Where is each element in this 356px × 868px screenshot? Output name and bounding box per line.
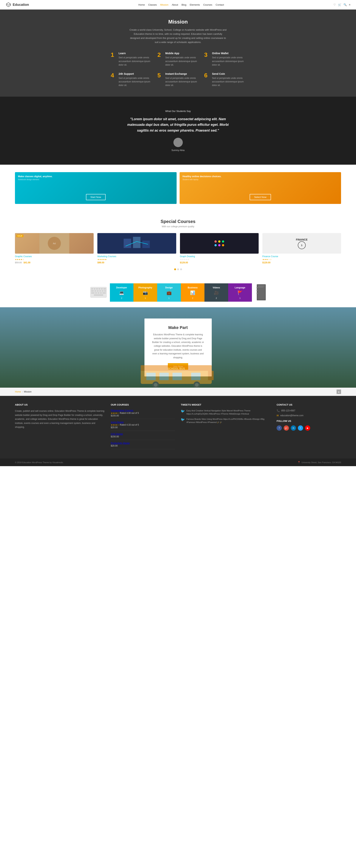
- nav-about[interactable]: About: [172, 3, 178, 6]
- copyright-text: © 2018 Education WordPress Theme by Visu…: [15, 461, 64, 464]
- social-twitter[interactable]: t: [298, 425, 303, 431]
- cat-tab-videos-label: Videos: [206, 286, 227, 289]
- footer-about: ABOUT US Create, publish and sell course…: [15, 403, 105, 451]
- footer-course-1-price: $155.00: [111, 414, 119, 417]
- cat-tab-videos-icon: 🎥: [206, 290, 227, 295]
- svg-rect-37: [100, 292, 102, 293]
- course-card-3[interactable]: Graph Drawing ☆☆☆☆☆ $129.00: [180, 233, 259, 264]
- nav-courses[interactable]: Courses: [203, 3, 212, 6]
- course-price-4: $129.00: [262, 261, 341, 264]
- svg-rect-38: [102, 292, 106, 293]
- nav-home[interactable]: Home: [138, 3, 145, 6]
- mission-item-text-3: Sed ut perspiciatis unde omnis accusanti…: [212, 56, 246, 67]
- course-stars-2: ★★★★★: [97, 258, 176, 261]
- promo-card-select: Healthy online decisions choices. Studen…: [180, 172, 341, 204]
- cart-icon[interactable]: 🛒: [338, 3, 341, 6]
- social-facebook[interactable]: f: [277, 425, 282, 431]
- contact-email-text: education@theme.com: [280, 414, 303, 417]
- footer-courses-list: Photographer Courses ★★★★☆ Rated 4.00 ou…: [111, 409, 175, 449]
- social-google-plus[interactable]: g+: [284, 425, 289, 431]
- promo-start-button[interactable]: Start Now: [86, 194, 105, 200]
- mission-item-text-2: Sed ut perspiciatis unde omnis accusanti…: [165, 56, 199, 67]
- cat-tab-photography[interactable]: Photography 📷 1: [133, 283, 157, 302]
- cat-tab-photography-label: Photography: [135, 286, 156, 289]
- course-thumb-3: [180, 233, 259, 254]
- twitter-icon-2: 🐦: [181, 417, 185, 424]
- notebook-decoration: [255, 284, 266, 301]
- svg-rect-58: [208, 371, 214, 380]
- contact-phone-text: 855-123-4567: [281, 409, 295, 412]
- mission-num-1: 1: [111, 52, 116, 67]
- course-price-2: $99.00: [97, 261, 176, 264]
- mission-num-5: 5: [158, 72, 163, 87]
- mission-grid: 1 Learn Sed ut perspiciatis unde omnis a…: [111, 52, 246, 87]
- svg-point-0: [10, 5, 11, 6]
- courses-grid: SALE! Art Graphic Courses ★★★★☆ $59.00 $…: [15, 233, 341, 264]
- cat-tab-photography-count: 1: [144, 297, 146, 299]
- twitter-icon-1: 🐦: [181, 409, 185, 415]
- promo-text-1: Make classes digital, anytime. Notebook …: [18, 175, 173, 181]
- svg-rect-50: [146, 373, 156, 380]
- page-dot-3[interactable]: [180, 269, 182, 270]
- svg-text:SCHOOL BUS: SCHOOL BUS: [167, 367, 185, 370]
- nav-blog[interactable]: Blog: [182, 3, 186, 6]
- course-card-4[interactable]: FINANCE $ Finance Course ★★★☆☆ $129.00: [262, 233, 341, 264]
- menu-icon[interactable]: ≡: [349, 3, 350, 6]
- cat-tab-design[interactable]: Design 💼 1: [157, 283, 181, 302]
- location-icon: 📍: [298, 461, 300, 464]
- course-card-2[interactable]: Marketing Courses ★★★★★ $99.00: [97, 233, 176, 264]
- cat-tab-business[interactable]: Business 📊 2: [181, 283, 205, 302]
- heart-icon[interactable]: ♡: [333, 3, 336, 6]
- nav-classes[interactable]: Classes: [148, 3, 157, 6]
- footer-course-1-link[interactable]: Photographer Courses: [111, 409, 133, 412]
- cat-tab-business-icon: 📊: [183, 290, 203, 295]
- page-dot-1[interactable]: [174, 269, 176, 270]
- course-name-3: Graph Drawing: [180, 255, 259, 258]
- nav-elements[interactable]: Elements: [190, 3, 200, 6]
- nav-contact[interactable]: Contact: [216, 3, 224, 6]
- footer-course-4: Productivity Master $20.00: [111, 442, 175, 449]
- categories-section: Developer 💻 2 Photography 📷 1 Design 💼 1…: [0, 278, 356, 307]
- svg-rect-25: [98, 288, 100, 289]
- footer-tweets: TWEETS WIDGET 🐦 Easy And Creative Vertic…: [181, 403, 271, 451]
- mission-item-title-4: 24h Support: [119, 72, 152, 75]
- back-to-top-button[interactable]: ▲: [336, 390, 341, 394]
- footer-course-2-stars: ★★★★☆: [111, 424, 119, 426]
- mission-item-3: 3 Online Wallet Sed ut perspiciatis unde…: [204, 52, 246, 67]
- contact-phone: 📞 855-123-4567: [277, 409, 341, 412]
- course-price-3: $129.00: [180, 261, 259, 264]
- school-bus-decoration: SCHOOL BUS: [131, 354, 225, 388]
- footer-course-4-link[interactable]: Productivity Master: [111, 442, 130, 444]
- cat-tab-videos[interactable]: Videos 🎥 2: [204, 283, 228, 302]
- header-icons: ♡ 🛒 🔍 ≡: [333, 3, 350, 6]
- social-youtube[interactable]: ▶: [305, 425, 310, 431]
- footer-bottom: © 2018 Education WordPress Theme by Visu…: [0, 459, 356, 466]
- breadcrumb-home[interactable]: Home: [15, 391, 21, 393]
- svg-rect-22: [91, 288, 93, 289]
- course-thumb-1: SALE! Art: [15, 233, 94, 254]
- logo[interactable]: Education: [6, 2, 29, 7]
- cat-tab-language[interactable]: Language 🚩 1: [228, 283, 252, 302]
- footer-course-2-link[interactable]: Icons Design: [111, 421, 124, 424]
- make-part-section: SCHOOL BUS Make Part Educators WordPress…: [0, 307, 356, 388]
- testimonial-quote: "Lorem ipsum dolor sit amet, consectet a…: [122, 116, 234, 133]
- svg-text:$: $: [301, 244, 302, 247]
- cat-tab-developer[interactable]: Developer 💻 2: [110, 283, 134, 302]
- nav-mission[interactable]: Mission: [160, 3, 168, 6]
- footer-course-3-price: $150.00: [111, 435, 119, 438]
- search-icon[interactable]: 🔍: [344, 3, 347, 6]
- course-card-1[interactable]: SALE! Art Graphic Courses ★★★★☆ $59.00 $…: [15, 233, 94, 264]
- page-dot-2[interactable]: [177, 269, 179, 270]
- svg-rect-39: [94, 294, 103, 296]
- svg-rect-35: [95, 292, 97, 293]
- promo-select-button[interactable]: Select Now: [250, 194, 271, 200]
- logo-text: Education: [13, 3, 29, 7]
- course-name-4: Finance Course: [262, 255, 341, 258]
- mission-description: Create a world-class University, School,…: [130, 28, 227, 44]
- mission-item-title-1: Learn: [119, 52, 152, 55]
- footer-tweets-title: TWEETS WIDGET: [181, 403, 271, 406]
- svg-point-57: [195, 383, 199, 387]
- social-linkedin[interactable]: in: [291, 425, 296, 431]
- footer-course-3-link[interactable]: CSS Design: [111, 433, 123, 435]
- cat-tab-language-count: 1: [239, 297, 240, 299]
